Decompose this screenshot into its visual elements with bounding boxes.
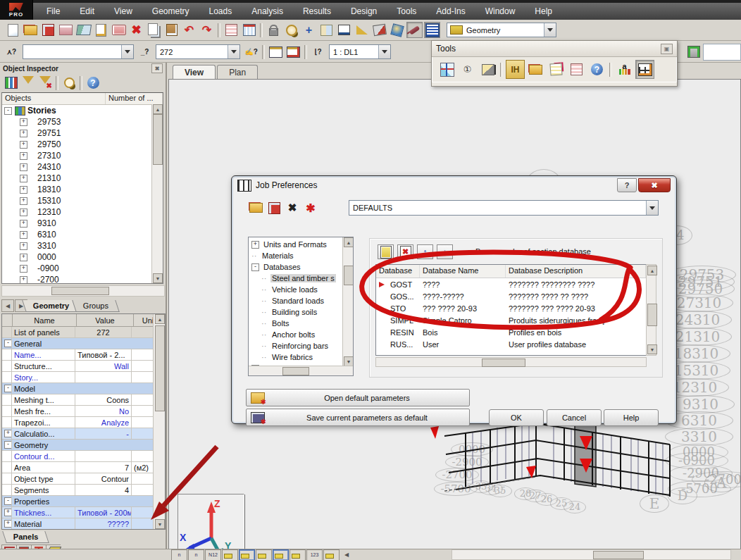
pref-tree-wire-fabrics[interactable]: ··Wire fabrics <box>251 351 353 363</box>
filter-icon[interactable] <box>20 75 36 91</box>
menu-file[interactable]: File <box>37 4 70 18</box>
expand-icon[interactable]: + <box>20 220 27 228</box>
menu-help[interactable]: Help <box>525 4 562 18</box>
new-document-icon[interactable] <box>5 22 21 38</box>
restore-defaults-icon[interactable]: ✱ <box>302 200 319 216</box>
dialog-close-icon[interactable]: ✖ <box>638 178 671 192</box>
project-folder-icon[interactable] <box>526 60 545 79</box>
pref-tree-units-and-formats[interactable]: +Units and Formats <box>251 239 353 250</box>
menu-loads[interactable]: Loads <box>199 4 242 18</box>
zoom-window-icon[interactable] <box>283 22 299 38</box>
section-dimensions-icon[interactable] <box>478 60 497 79</box>
filter-delete-icon[interactable] <box>37 75 53 91</box>
delete-preferences-icon[interactable]: ✖ <box>284 200 301 216</box>
database-row-sto[interactable]: STO??? ???? 20-93??????? ??? ???? 20-93 <box>376 302 646 314</box>
menu-geometry[interactable]: Geometry <box>142 4 199 18</box>
pref-tree-materials[interactable]: ··Materials <box>251 250 353 261</box>
collapse-icon[interactable]: - <box>4 107 12 115</box>
initial-view-icon[interactable] <box>336 22 352 38</box>
header-name[interactable]: Name <box>13 314 77 326</box>
col-database-name[interactable]: Database Name <box>420 265 506 278</box>
collapse-icon[interactable]: - <box>4 340 12 347</box>
tree-item-story[interactable]: +29753 <box>4 116 163 127</box>
legend-icon[interactable]: a <box>615 60 634 79</box>
add-database-icon[interactable] <box>378 244 394 259</box>
tools-palette-close-icon[interactable]: ▣ <box>661 44 673 54</box>
page-setup-icon[interactable] <box>93 22 109 38</box>
tab-plan[interactable]: Plan <box>217 65 258 79</box>
expand-icon[interactable]: + <box>4 430 12 437</box>
pref-tree-databases[interactable]: -Databases <box>251 261 353 273</box>
expand-icon[interactable]: + <box>20 276 27 284</box>
preferences-tree-vscrollbar[interactable]: ▲▼ <box>342 237 353 366</box>
property-row-name[interactable]: Name...Типовой - 2... <box>2 349 165 361</box>
columns-icon[interactable] <box>4 75 19 91</box>
tree-item-story[interactable]: +29751 <box>4 127 163 139</box>
zoom-in-out-icon[interactable] <box>318 22 335 38</box>
expand-icon[interactable]: + <box>20 209 27 216</box>
profile-combo-arrow[interactable] <box>646 201 658 215</box>
expand-icon[interactable]: + <box>20 141 27 149</box>
database-table-vscrollbar[interactable]: ▲▼ <box>646 264 656 356</box>
layout-selector-arrow[interactable] <box>544 23 556 37</box>
print-preview-icon[interactable] <box>75 22 92 38</box>
lock-icon[interactable] <box>266 22 282 38</box>
calculator-icon[interactable] <box>223 22 239 38</box>
tab-groups[interactable]: Groups <box>73 300 120 312</box>
menu-design[interactable]: Design <box>341 4 387 18</box>
menu-addins[interactable]: Add-Ins <box>426 4 475 18</box>
pref-tree-reinforcing-bars[interactable]: ··Reinforcing bars <box>251 340 353 351</box>
structure-model-icon[interactable] <box>685 44 702 60</box>
pref-tree-steel-and-timber-s[interactable]: ··Steel and timber s <box>251 273 353 284</box>
values-display-icon[interactable]: 123 <box>306 549 323 560</box>
col-database[interactable]: Database <box>376 265 420 278</box>
database-row-resin[interactable]: RESINBoisProfiles en bois <box>376 326 646 338</box>
tree-item-story[interactable]: +6310 <box>4 229 163 240</box>
pan-icon[interactable]: + <box>301 22 317 38</box>
property-row-trapezoi[interactable]: Trapezoi...Analyze <box>2 417 165 428</box>
ok-button[interactable]: OK <box>489 409 544 426</box>
selection-query-icon[interactable]: ⋏? <box>4 44 20 60</box>
property-value[interactable]: 4 <box>75 485 132 495</box>
column-objects[interactable]: Objects <box>2 93 106 104</box>
property-row-material[interactable]: +Material????? <box>2 518 165 530</box>
property-row-objecttype[interactable]: Object typeContour <box>2 473 165 485</box>
property-row-contourd[interactable]: Contour d... <box>2 451 165 462</box>
database-table-hscrollbar[interactable] <box>375 357 647 367</box>
property-value[interactable]: Типовой - 200м <box>75 507 132 518</box>
tree-item-story[interactable]: +18310 <box>4 184 163 195</box>
save-preferences-icon[interactable] <box>266 200 282 216</box>
property-value[interactable]: Wall <box>75 361 132 371</box>
expand-icon[interactable]: + <box>20 265 27 273</box>
numbering-icon[interactable]: ① <box>458 60 477 79</box>
delete-icon[interactable]: ✖ <box>128 22 144 38</box>
property-grid-vscrollbar[interactable]: ▲▼ <box>153 314 165 529</box>
property-value[interactable]: No <box>75 406 132 416</box>
open-default-parameters-button[interactable]: Open default parameters <box>246 389 470 406</box>
open-new-window-icon[interactable] <box>323 549 340 560</box>
copy-icon[interactable] <box>146 22 162 38</box>
header-value[interactable]: Value <box>77 314 134 326</box>
tree-item-story[interactable]: +9310 <box>4 218 163 229</box>
case-combo-arrow[interactable] <box>378 45 390 58</box>
context-help-icon[interactable]: ✍? <box>243 44 259 60</box>
bar-symbols-icon[interactable]: n <box>188 549 204 560</box>
display-manager-icon[interactable] <box>424 22 440 38</box>
database-row-rus[interactable]: RUS...UserUser profiles database <box>376 338 646 350</box>
tree-item-story[interactable]: +-2700 <box>4 274 163 284</box>
menu-window[interactable]: Window <box>475 4 525 18</box>
property-value[interactable]: Типовой - 2... <box>75 349 132 360</box>
col-database-description[interactable]: Database Description <box>506 265 646 278</box>
local-axes-icon[interactable] <box>256 549 272 560</box>
tree-item-story[interactable]: +0000 <box>4 251 163 263</box>
tools-palette-titlebar[interactable]: Tools ▣ <box>432 41 677 57</box>
property-section-model[interactable]: -Model <box>2 383 165 394</box>
node-symbols-icon[interactable]: n <box>171 549 187 560</box>
calculator-icon[interactable] <box>567 60 586 79</box>
measure-icon[interactable] <box>354 22 370 38</box>
structure-field[interactable] <box>703 44 741 61</box>
collapse-icon[interactable]: - <box>4 497 12 505</box>
preferences-wrench-icon[interactable] <box>406 22 423 38</box>
property-value[interactable] <box>75 451 132 461</box>
horizontal-scrollbar[interactable] <box>452 549 731 560</box>
